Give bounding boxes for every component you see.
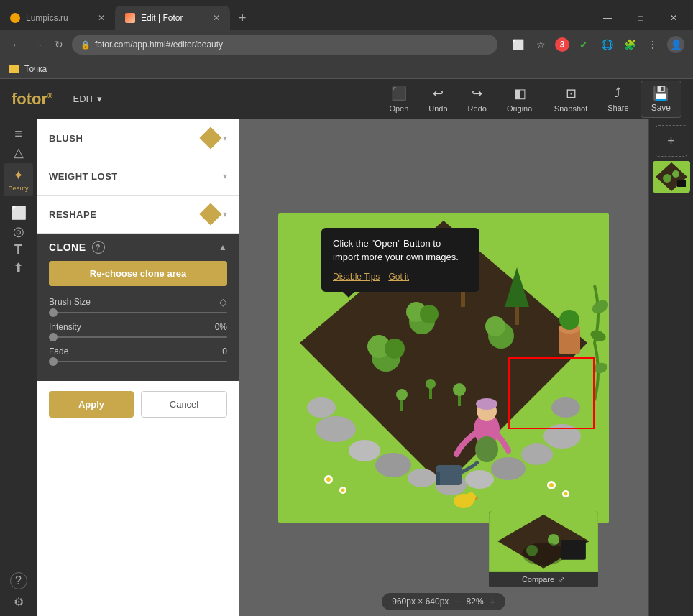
translate-icon[interactable]: ⬜ (509, 36, 526, 53)
image-thumbnail-1[interactable] (653, 161, 690, 193)
beauty-panel: BLUSH ▾ WEIGHT LOST ▾ (37, 119, 239, 616)
svg-point-64 (672, 170, 679, 178)
zoom-out-button[interactable]: − (454, 596, 460, 607)
toolbar-redo[interactable]: ↪ Redo (459, 81, 495, 117)
fotor-favicon (125, 13, 135, 23)
tab-fotor-label: Edit | Fotor (141, 13, 183, 23)
panel-section-clone: CLONE ? ▲ Re-choose clone area Brush Siz… (37, 234, 239, 428)
extension-icon[interactable]: 3 (555, 37, 569, 52)
fade-track[interactable] (49, 361, 227, 362)
clone-chevron-up-icon[interactable]: ▲ (219, 242, 227, 252)
panel-row-reshape[interactable]: RESHAPE ▾ (37, 196, 239, 233)
toolbar-undo-label: Undo (428, 104, 447, 113)
svg-point-27 (396, 389, 408, 400)
minimize-button[interactable]: — (591, 6, 624, 29)
svg-rect-24 (515, 307, 519, 325)
tab-bar: Lumpics.ru ✕ Edit | Fotor ✕ + — □ ✕ (0, 0, 693, 30)
thumbnail-preview-1 (653, 161, 690, 193)
puzzle-icon[interactable]: 🧩 (621, 36, 638, 53)
svg-point-12 (551, 397, 580, 418)
sidebar-item-effects[interactable]: △ (14, 144, 24, 160)
eraser-button[interactable]: ◇ (219, 296, 227, 308)
reload-button[interactable]: ↻ (52, 36, 66, 53)
tab-lumpics[interactable]: Lumpics.ru ✕ (0, 6, 115, 30)
svg-rect-65 (677, 180, 686, 187)
brush-size-slider-wrap (49, 312, 227, 313)
sidebar-item-text[interactable]: T (14, 242, 22, 257)
svg-point-48 (564, 492, 568, 495)
compare-label-row: Compare ⤢ (489, 572, 598, 587)
apply-button[interactable]: Apply (49, 391, 134, 418)
re-choose-clone-area-button[interactable]: Re-choose clone area (49, 261, 227, 286)
sidebar-item-help[interactable]: ? (10, 572, 27, 589)
globe-icon[interactable]: 🌐 (598, 36, 615, 53)
svg-point-51 (559, 310, 579, 330)
tab-fotor-close[interactable]: ✕ (213, 13, 220, 23)
toolbar-save[interactable]: 💾 Save (641, 81, 681, 118)
fade-slider-row: Fade 0 (49, 346, 227, 362)
forward-button[interactable]: → (30, 36, 46, 53)
tab-lumpics-close[interactable]: ✕ (98, 13, 105, 23)
panel-section-weight-lost: WEIGHT LOST ▾ (37, 157, 239, 196)
panel-row-blush[interactable]: BLUSH ▾ (37, 119, 239, 157)
text-icon: T (14, 242, 22, 257)
more-icon[interactable]: ⋮ (644, 36, 661, 53)
back-button[interactable]: ← (9, 36, 24, 53)
browser-icons: ⬜ ☆ 3 ✔ 🌐 🧩 ⋮ 👤 (509, 36, 684, 53)
frames-icon: ⬜ (11, 205, 27, 221)
sidebar-item-adjust[interactable]: ≡ (14, 127, 22, 142)
compare-box: Compare ⤢ (489, 511, 598, 587)
brush-size-thumb[interactable] (49, 308, 58, 317)
svg-point-8 (491, 457, 526, 480)
toolbar-open[interactable]: ⬛ Open (380, 81, 417, 117)
close-button[interactable]: ✕ (657, 6, 690, 29)
sidebar-item-upload[interactable]: ⬆ (13, 260, 24, 276)
profile-icon[interactable]: 👤 (667, 36, 684, 53)
svg-point-11 (307, 397, 336, 418)
bookmark-star-icon[interactable]: ☆ (532, 36, 549, 53)
intensity-track[interactable] (49, 336, 227, 338)
extension2-icon[interactable]: ✔ (575, 36, 592, 53)
toolbar-share[interactable]: ⤴ Share (599, 81, 637, 116)
window-controls: — □ ✕ (591, 6, 693, 30)
settings-icon: ⚙ (14, 595, 24, 609)
cancel-button[interactable]: Cancel (141, 391, 227, 418)
tab-fotor[interactable]: Edit | Fotor ✕ (115, 6, 230, 30)
fade-slider-wrap (49, 361, 227, 362)
clone-label: CLONE (49, 242, 86, 253)
panel-row-weight-lost[interactable]: WEIGHT LOST ▾ (37, 157, 239, 195)
canvas-area[interactable]: Click the "Open" Button to import more y… (239, 119, 648, 616)
fade-thumb[interactable] (49, 357, 58, 366)
bookmark-tochka[interactable]: Точка (24, 64, 47, 74)
blush-icons: ▾ (203, 130, 227, 146)
app-toolbar: fotor® EDIT ▾ ⬛ Open ↩ Undo ↪ Redo ◧ Ori… (0, 79, 693, 119)
sidebar-item-settings[interactable]: ⚙ (14, 595, 24, 609)
maximize-button[interactable]: □ (624, 6, 657, 29)
sidebar-item-beauty[interactable]: ✦ Beauty (4, 163, 32, 196)
edit-dropdown-button[interactable]: EDIT ▾ (67, 91, 108, 107)
sidebar-item-stickers[interactable]: ◎ (13, 224, 24, 239)
zoom-in-button[interactable]: + (490, 596, 495, 607)
svg-point-44 (341, 488, 345, 492)
clone-help-button[interactable]: ? (92, 241, 105, 254)
undo-icon: ↩ (433, 86, 444, 101)
canvas-dimensions: 960px × 640px (392, 597, 449, 607)
sidebar-item-frames[interactable]: ⬜ (11, 205, 27, 221)
disable-tips-link[interactable]: Disable Tips (333, 270, 380, 283)
address-input[interactable]: 🔒 fotor.com/app.html#/editor/beauty (72, 35, 497, 55)
brush-size-track[interactable] (49, 312, 227, 313)
toolbar-undo[interactable]: ↩ Undo (420, 81, 456, 117)
toolbar-snapshot[interactable]: ⊡ Snapshot (546, 81, 596, 117)
new-tab-button[interactable]: + (230, 6, 255, 30)
action-row: Apply Cancel (37, 381, 239, 428)
tooltip-links: Disable Tips Got it (333, 270, 468, 283)
got-it-link[interactable]: Got it (388, 270, 409, 283)
clone-header: CLONE ? ▲ (49, 241, 227, 254)
toolbar-original[interactable]: ◧ Original (498, 81, 543, 117)
bookmark-folder-icon (9, 65, 19, 73)
lock-icon: 🔒 (81, 40, 91, 50)
intensity-thumb[interactable] (49, 333, 58, 341)
svg-point-31 (453, 383, 466, 396)
bookmark-bar: Точка (0, 59, 693, 79)
add-image-button[interactable]: + (656, 125, 687, 157)
